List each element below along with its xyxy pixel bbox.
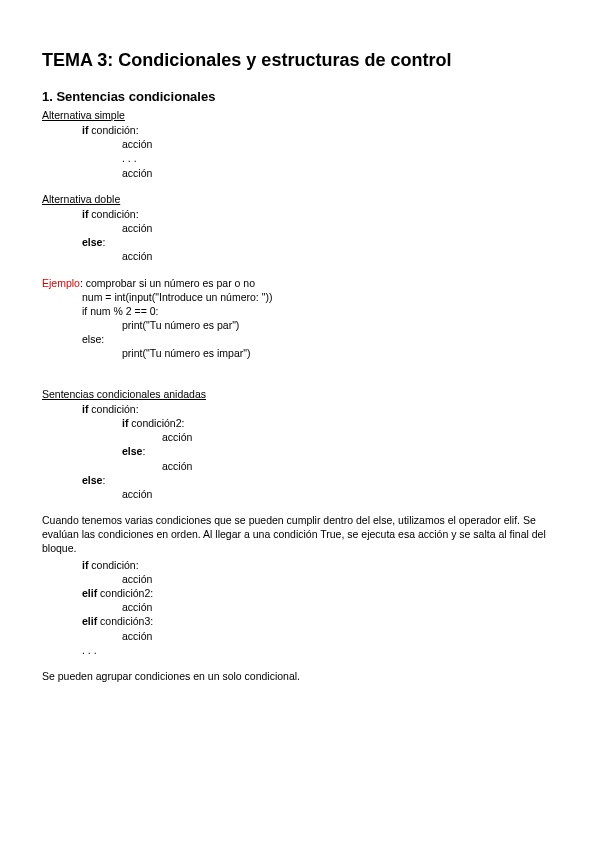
text: condición: (91, 124, 138, 136)
code-block-ejemplo: num = int(input("Introduce un número: ")… (42, 290, 557, 361)
text: condición2: (100, 587, 153, 599)
text: if num % 2 == 0: (42, 304, 557, 318)
subheading-alt-doble: Alternativa doble (42, 192, 557, 206)
text: condición3: (100, 615, 153, 627)
text: : (142, 445, 145, 457)
code-block-alt-simple: if condición: acción . . . acción (42, 123, 557, 180)
subheading-alt-simple: Alternativa simple (42, 108, 557, 122)
code-block-anidadas: if condición: if condición2: acción else… (42, 402, 557, 501)
text: : (102, 236, 105, 248)
text: acción (42, 459, 557, 473)
code-block-elif: if condición: acción elif condición2: ac… (42, 558, 557, 657)
text: acción (42, 600, 557, 614)
paragraph-closing: Se pueden agrupar condiciones en un solo… (42, 669, 557, 683)
kw-if: if (82, 559, 91, 571)
text: condición: (91, 559, 138, 571)
text: acción (42, 629, 557, 643)
text: acción (42, 430, 557, 444)
text: . . . (42, 151, 557, 165)
text: . . . (42, 643, 557, 657)
text: acción (42, 221, 557, 235)
kw-if: if (122, 417, 131, 429)
section-heading: 1. Sentencias condicionales (42, 88, 557, 106)
text: else: (42, 332, 557, 346)
text: print("Tu número es par") (42, 318, 557, 332)
kw-else: else (82, 474, 102, 486)
kw-else: else (82, 236, 102, 248)
text: acción (42, 487, 557, 501)
kw-if: if (82, 208, 91, 220)
text: acción (42, 572, 557, 586)
kw-elif: elif (82, 587, 100, 599)
ejemplo-label: Ejemplo (42, 277, 80, 289)
kw-else: else (122, 445, 142, 457)
kw-if: if (82, 403, 91, 415)
text: condición: (91, 208, 138, 220)
paragraph-elif: Cuando tenemos varias condiciones que se… (42, 513, 557, 556)
text: acción (42, 166, 557, 180)
text: acción (42, 249, 557, 263)
text: condición: (91, 403, 138, 415)
code-block-alt-doble: if condición: acción else: acción (42, 207, 557, 264)
ejemplo-line: Ejemplo: comprobar si un número es par o… (42, 276, 557, 290)
subheading-anidadas: Sentencias condicionales anidadas (42, 387, 557, 401)
kw-if: if (82, 124, 91, 136)
text: : comprobar si un número es par o no (80, 277, 255, 289)
text: : (102, 474, 105, 486)
page-title: TEMA 3: Condicionales y estructuras de c… (42, 48, 557, 72)
text: num = int(input("Introduce un número: ")… (42, 290, 557, 304)
text: condición2: (131, 417, 184, 429)
text: acción (42, 137, 557, 151)
text: print("Tu número es impar") (42, 346, 557, 360)
kw-elif: elif (82, 615, 100, 627)
